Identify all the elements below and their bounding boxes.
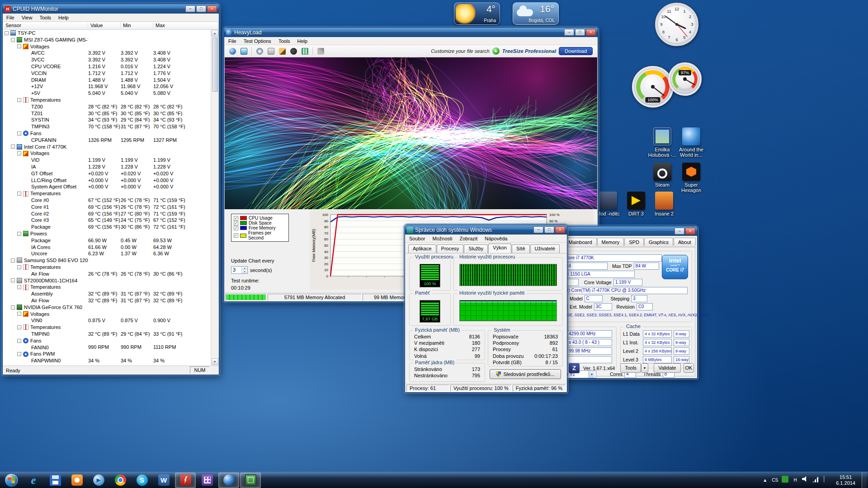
hwmonitor-titlebar[interactable]: H CPUID HWMonitor – □ × xyxy=(3,4,219,14)
minimize-button[interactable]: – xyxy=(675,228,684,235)
taskbar-icon-jam-sphere[interactable] xyxy=(218,473,239,488)
sensor-row[interactable]: -NVIDIA GeForce GTX 760 xyxy=(3,304,212,311)
sensor-row[interactable]: Air Flow32 °C (89 °F)31 °C (87 °F)32 °C … xyxy=(3,297,212,304)
hwmonitor-menu-tools[interactable]: Tools xyxy=(36,14,55,22)
ram-meter-gadget[interactable]: 97% xyxy=(668,62,702,96)
sensor-row[interactable]: -Temperatures xyxy=(3,284,212,291)
tree-expander-icon[interactable]: - xyxy=(17,151,21,155)
taskmgr-menu-n-pov-da[interactable]: Nápověda xyxy=(481,235,511,243)
sensor-row[interactable]: AVCC3.392 V3.392 V3.408 V xyxy=(3,50,212,56)
weather-gadget-praha[interactable]: 4° Praha xyxy=(454,2,500,25)
tree-expander-icon[interactable]: - xyxy=(17,285,21,289)
cpuz-tab-memory[interactable]: Memory xyxy=(597,238,624,246)
task-manager-titlebar[interactable]: Správce úloh systému Windows – □ × xyxy=(405,225,567,235)
desktop-icon-emilka-holubov[interactable]: Emilka Holubová -... xyxy=(647,127,677,158)
heavyload-menu-tools[interactable]: Tools xyxy=(275,37,294,45)
sensor-row[interactable]: -Powers xyxy=(3,230,212,237)
sensor-row[interactable]: TMPIN032 °C (89 °F)29 °C (84 °F)33 °C (9… xyxy=(3,331,212,338)
desktop-icon-insane-2[interactable]: Insane 2 xyxy=(649,192,679,216)
hwmonitor-menu-help[interactable]: Help xyxy=(55,14,72,22)
tray-action-center-icon[interactable] xyxy=(823,476,830,485)
tab-procesy[interactable]: Procesy xyxy=(437,244,464,253)
sensor-row[interactable]: Core #169 °C (156 °F)26 °C (78 °F)72 °C … xyxy=(3,204,212,211)
legend-checkbox[interactable]: ✓ xyxy=(234,233,238,238)
sensor-row[interactable]: -Fans xyxy=(3,338,212,344)
cpuz-tab-graphics[interactable]: Graphics xyxy=(644,238,673,246)
weather-gadget-bogota[interactable]: 16° Bogotá, COL xyxy=(513,2,559,25)
sensor-row[interactable]: VID1.199 V1.199 V1.199 V xyxy=(3,157,212,164)
legend-checkbox[interactable]: ✓ xyxy=(234,216,238,221)
sensor-row[interactable]: +12V11.968 V11.968 V12.056 V xyxy=(3,83,212,90)
tree-expander-icon[interactable]: - xyxy=(17,339,21,343)
sensor-row[interactable]: Core #067 °C (152 °F)26 °C (78 °F)71 °C … xyxy=(3,197,212,204)
heavyload-titlebar[interactable]: HeavyLoad – □ × xyxy=(224,28,598,37)
sensor-row[interactable]: Core #365 °C (149 °F)24 °C (75 °F)67 °C … xyxy=(3,217,212,224)
sensor-row[interactable]: Package66.90 W0.45 W69.53 W xyxy=(3,237,212,244)
taskmgr-menu-soubor[interactable]: Soubor xyxy=(406,235,429,243)
toolbar-bomb-button[interactable] xyxy=(288,46,298,56)
tree-expander-icon[interactable]: - xyxy=(17,192,21,196)
sensor-row[interactable]: IA Cores61.66 W0.00 W64.28 W xyxy=(3,244,212,251)
sensor-row[interactable]: -Temperatures xyxy=(3,97,212,103)
sensor-row[interactable]: LLC/Ring Offset+0.000 V+0.000 V+0.000 V xyxy=(3,177,212,184)
ok-button[interactable]: OK xyxy=(684,363,694,373)
sensor-row[interactable]: -Temperatures xyxy=(3,264,212,271)
toolbar-wrench-button[interactable] xyxy=(316,46,326,56)
scrollbar[interactable]: ▲ ▼ xyxy=(211,30,218,365)
interval-spinner[interactable]: 3 ▲ ▼ xyxy=(231,266,248,274)
sensor-row[interactable]: 3VCC3.392 V3.392 V3.408 V xyxy=(3,56,212,63)
sensor-row[interactable]: -TSY-PC xyxy=(3,30,212,37)
sensor-row[interactable]: TZ0028 °C (82 °F)28 °C (82 °F)28 °C (82 … xyxy=(3,103,212,110)
taskbar-icon-internet-explorer[interactable]: e xyxy=(23,473,44,488)
tree-expander-icon[interactable]: - xyxy=(5,31,9,35)
scroll-thumb[interactable] xyxy=(212,38,218,92)
tree-expander-icon[interactable]: - xyxy=(17,352,21,356)
sensor-row[interactable]: -Temperatures xyxy=(3,324,212,331)
sensor-row[interactable]: Package69 °C (156 °F)30 °C (86 °F)72 °C … xyxy=(3,224,212,230)
tree-expander-icon[interactable]: - xyxy=(17,265,21,269)
taskbar-icon-skype[interactable]: S xyxy=(132,473,152,488)
tree-expander-icon[interactable]: - xyxy=(17,44,21,48)
close-button[interactable]: × xyxy=(207,5,217,12)
sensor-row[interactable]: FANIN0990 RPM990 RPM1110 RPM xyxy=(3,344,212,351)
sensor-row[interactable]: IA1.228 V1.228 V1.228 V xyxy=(3,164,212,170)
tray-hidden-icons-icon[interactable]: ▲ xyxy=(762,477,768,484)
minimize-button[interactable]: – xyxy=(533,226,543,233)
tools-dropdown-button[interactable]: ▼ xyxy=(641,363,648,373)
heavyload-menu-test-options[interactable]: Test Options xyxy=(240,37,275,45)
maximize-button[interactable]: □ xyxy=(544,226,554,233)
taskmgr-menu-mo-nosti[interactable]: Možnosti xyxy=(429,235,456,243)
tray-hwmonitor-tray-icon[interactable]: H xyxy=(792,477,798,484)
sensor-row[interactable]: Core #269 °C (156 °F)27 °C (80 °F)71 °C … xyxy=(3,211,212,217)
taskbar-icon-cpu-chip[interactable] xyxy=(240,473,261,488)
tray-volume-icon[interactable] xyxy=(802,476,809,485)
interval-value[interactable]: 3 xyxy=(231,267,241,273)
tree-expander-icon[interactable]: - xyxy=(17,325,21,329)
column-header-value[interactable]: Value xyxy=(88,22,121,29)
close-button[interactable]: × xyxy=(555,226,565,233)
scroll-down-button[interactable]: ▼ xyxy=(212,358,218,365)
sensor-row[interactable]: -Voltages xyxy=(3,310,212,317)
hwmonitor-menu-view[interactable]: View xyxy=(18,14,36,22)
spinner-up-icon[interactable]: ▲ xyxy=(242,267,247,270)
tray-chip-tray-icon[interactable] xyxy=(782,476,788,485)
close-button[interactable]: × xyxy=(685,228,695,235)
taskbar-icon-heavyload-flash[interactable] xyxy=(175,473,196,488)
maximize-button[interactable]: □ xyxy=(196,5,206,12)
tree-expander-icon[interactable]: - xyxy=(17,131,21,136)
column-header-min[interactable]: Min xyxy=(121,22,153,29)
toolbar-grid-button[interactable] xyxy=(300,46,310,56)
column-header-max[interactable]: Max xyxy=(153,22,218,29)
sensor-row[interactable]: -ST2000DM001-1CH164 xyxy=(3,277,212,284)
maximize-button[interactable]: □ xyxy=(575,29,585,36)
sensor-row[interactable]: CPU VCORE1.216 V0.016 V1.224 V xyxy=(3,63,212,70)
heavyload-menu-file[interactable]: File xyxy=(225,37,240,45)
tools-button[interactable]: Tools xyxy=(620,363,641,373)
tab-u-ivatel[interactable]: Uživatelé xyxy=(530,244,560,253)
tree-expander-icon[interactable]: - xyxy=(11,38,15,42)
sensor-row[interactable]: VIN00.875 V0.875 V0.900 V xyxy=(3,317,212,324)
sensor-row[interactable]: -Samsung SSD 840 EVO 120GB xyxy=(3,257,212,264)
cpuz-tab-mainboard[interactable]: Mainboard xyxy=(564,238,597,246)
sensor-row[interactable]: -Voltages xyxy=(3,43,212,50)
cpu-meter-gadget[interactable]: 100% xyxy=(632,66,674,108)
